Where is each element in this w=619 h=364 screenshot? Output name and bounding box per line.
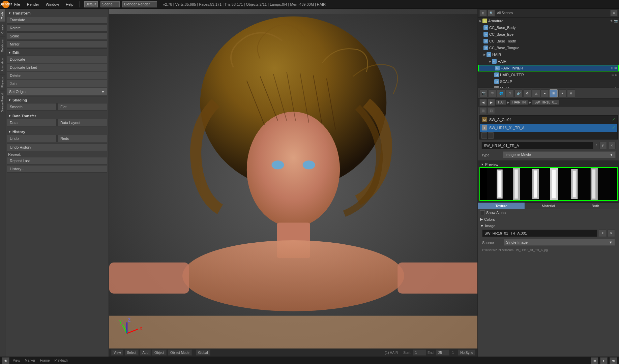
tmb-texture-tab[interactable]: Texture (478, 203, 525, 209)
tmb-material-tab[interactable]: Material (525, 203, 572, 209)
texture-type-dropdown[interactable]: Image or Movie ▼ (503, 151, 616, 158)
outliner-menu-btn[interactable]: ≡ (610, 10, 618, 17)
vtab-relations[interactable]: Relations (0, 36, 5, 55)
prop-tab-scene[interactable]: 🎬 (488, 89, 496, 97)
viewport[interactable]: User Ortho (109, 9, 477, 357)
frame-label[interactable]: Frame (39, 359, 51, 362)
object-menu[interactable]: Object (152, 350, 167, 356)
source-dropdown[interactable]: Single Image ▼ (504, 239, 615, 246)
outliner-cc-base-body[interactable]: M CC_Base_Body (478, 24, 619, 31)
duplicate-linked-button[interactable]: Duplicate Linked (7, 64, 107, 71)
mat-item-sw-a-col04[interactable]: M SW_A_Col04 ✓ (480, 116, 617, 124)
anim-controls[interactable]: ⏮ (591, 357, 598, 364)
add-menu[interactable]: Add (140, 350, 151, 356)
data-transfer-header[interactable]: ▼ Data Transfer (7, 113, 107, 119)
vtab-physics[interactable]: Physics (0, 74, 5, 90)
texture-f-btn[interactable]: F (599, 142, 607, 149)
redo-button[interactable]: Redo (57, 135, 107, 142)
tex-slot-2[interactable] (488, 132, 494, 139)
outliner-armature[interactable]: ▶ A Armature 👁 📷 (478, 18, 619, 24)
outliner-modifiers[interactable]: ⚙ Modifiers ▶ (478, 85, 619, 88)
vtab-grease-pencil[interactable]: Grease Pencil (0, 90, 5, 115)
select-menu[interactable]: Select (125, 350, 139, 356)
outliner-hair-sub[interactable]: ▶ M HAIR (478, 58, 619, 65)
vtab-tools[interactable]: Tools (0, 9, 5, 22)
sync-button[interactable]: No Sync (458, 350, 475, 356)
marker-label[interactable]: Marker (24, 359, 37, 362)
outliner-cc-base-tongue[interactable]: M CC_Base_Tongue (478, 44, 619, 51)
scale-button[interactable]: Scale (7, 32, 107, 40)
scene-outliner[interactable]: ▶ A Armature 👁 📷 M CC_Base_Body M CC_Bas… (478, 18, 619, 88)
scene-selector[interactable]: Scene (100, 1, 120, 7)
prop-tab-world[interactable]: 🌐 (497, 89, 505, 97)
bottom-scene-btn[interactable]: ◉ (2, 357, 9, 364)
history-dots-button[interactable]: History... (7, 165, 107, 173)
history-section-header[interactable]: ▼ History (7, 129, 107, 135)
menu-file[interactable]: File (12, 2, 22, 7)
outliner-hair-outer[interactable]: M HAIR_OUTER ⊞ ⊞ (478, 71, 619, 78)
undo-button[interactable]: Undo (7, 135, 57, 142)
playback-label[interactable]: Playback (53, 359, 70, 362)
vtab-create[interactable]: Create (0, 22, 5, 36)
image-f-btn[interactable]: F (599, 230, 606, 237)
prop-nav-back[interactable]: ◀ (479, 99, 487, 106)
colors-section[interactable]: ▶ Colors (478, 216, 619, 222)
mat-item-sw-hr16[interactable]: I SW_HR16_01_TR_A ✓ (480, 124, 617, 132)
rotate-button[interactable]: Rotate (7, 24, 107, 32)
engine-selector[interactable]: Blender Render (122, 1, 157, 7)
data-layout-button[interactable]: Data Layout (57, 119, 107, 126)
outliner-hair-inner[interactable]: M HAIR_INNER ⊞ ⊞ (478, 65, 619, 71)
duplicate-button[interactable]: Duplicate (7, 56, 107, 63)
edit-section-header[interactable]: ▼ Edit (7, 50, 107, 56)
menu-window[interactable]: Window (44, 2, 61, 7)
prop-nav-fwd[interactable]: ▶ (488, 99, 495, 106)
mat-add-icon[interactable]: ⊞ (479, 107, 487, 114)
set-origin-dropdown[interactable]: Set Origin ▼ (7, 88, 107, 95)
outliner-scalp[interactable]: M SCALP (478, 78, 619, 85)
prop-tab-texture[interactable]: ⊞ (550, 89, 558, 97)
mirror-button[interactable]: Mirror (7, 40, 107, 48)
prop-tab-constraints[interactable]: 🔗 (514, 89, 523, 97)
anim-fwd[interactable]: ⏭ (610, 357, 617, 364)
view-menu[interactable]: View (111, 350, 123, 356)
prop-tab-material[interactable]: ● (541, 89, 549, 97)
prop-tab-physics[interactable]: ⊕ (567, 89, 575, 97)
tex-slot-1[interactable] (481, 132, 487, 139)
show-alpha-checkbox[interactable] (480, 210, 485, 215)
global-selector[interactable]: Global (196, 350, 210, 356)
breadcrumb-hai[interactable]: HAI (496, 100, 506, 105)
outliner-search-btn[interactable]: 🔍 (488, 10, 495, 17)
view-label[interactable]: View (11, 359, 22, 362)
texture-x-btn[interactable]: ✕ (608, 142, 616, 149)
end-frame-input[interactable] (436, 350, 449, 356)
breadcrumb-sw-hr[interactable]: SW_HR16_0... (532, 100, 559, 105)
image-name-input[interactable] (482, 230, 597, 237)
join-button[interactable]: Join (7, 80, 107, 87)
anim-play[interactable]: ⏵ (600, 357, 608, 364)
outliner-cc-base-teeth[interactable]: M CC_Base_Teeth (478, 38, 619, 44)
menu-render[interactable]: Render (25, 2, 41, 7)
tmb-both-tab[interactable]: Both (572, 203, 619, 209)
mode-selector[interactable]: Object Mode (168, 350, 192, 356)
start-frame-input[interactable] (413, 350, 426, 356)
prop-tab-modifiers[interactable]: ⚙ (523, 89, 531, 97)
outliner-hair-group[interactable]: ▶ M HAIR (478, 51, 619, 58)
image-x-btn[interactable]: ✕ (608, 230, 615, 237)
flat-button[interactable]: Flat (57, 103, 107, 111)
prop-tab-data[interactable]: △ (532, 89, 540, 97)
texture-name-input[interactable] (481, 142, 593, 149)
translate-button[interactable]: Translate (7, 16, 107, 24)
smooth-button[interactable]: Smooth (7, 103, 57, 111)
repeat-last-button[interactable]: Repeat Last (7, 157, 107, 164)
data-button[interactable]: Data (7, 119, 57, 126)
delete-button[interactable]: Delete (7, 72, 107, 79)
menu-help[interactable]: Help (64, 2, 76, 7)
mat-texture-icon[interactable]: ⊡ (488, 107, 495, 114)
layout-selector[interactable]: Default (84, 1, 98, 7)
prop-tab-particles[interactable]: ✦ (558, 89, 566, 97)
undo-history-button[interactable]: Undo History (7, 144, 107, 151)
vtab-animation[interactable]: Animation (0, 55, 5, 74)
outliner-cc-base-eye[interactable]: M CC_Base_Eye (478, 31, 619, 38)
shading-section-header[interactable]: ▼ Shading (7, 97, 107, 103)
prop-tab-object[interactable]: □ (506, 89, 514, 97)
